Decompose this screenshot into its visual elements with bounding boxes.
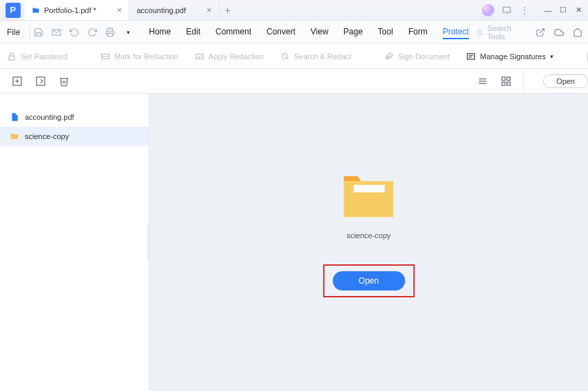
menu-protect[interactable]: Protect: [443, 25, 469, 39]
svg-rect-29: [354, 184, 385, 192]
sidebar-item-folder[interactable]: science-copy: [0, 127, 149, 146]
home-icon[interactable]: [572, 27, 582, 38]
apply-icon: [195, 52, 204, 61]
sidebar-item-label: science-copy: [25, 132, 69, 140]
file-menu[interactable]: File: [0, 28, 27, 37]
svg-rect-1: [503, 7, 511, 12]
share-icon[interactable]: [536, 27, 546, 38]
svg-rect-25: [507, 77, 510, 81]
tab-active[interactable]: Portfolio-1.pdf * ×: [25, 0, 129, 20]
title-bar: Portfolio-1.pdf * × accounting.pdf × + ⋮…: [0, 0, 588, 21]
menu-edit[interactable]: Edit: [186, 25, 200, 39]
menu-bar: File ▾ Home Edit Comment Convert View Pa…: [0, 21, 588, 44]
sidebar: accounting.pdf science-copy: [0, 94, 149, 391]
divider: [30, 25, 30, 39]
set-password-label: Set Password: [21, 52, 67, 61]
big-folder-icon: [337, 164, 399, 226]
grid-view-icon[interactable]: [500, 75, 512, 87]
main-area: accounting.pdf science-copy science-copy…: [0, 94, 588, 391]
manage-icon: [466, 52, 476, 61]
add-icon[interactable]: [11, 75, 23, 87]
svg-rect-27: [507, 82, 510, 85]
chevron-down-icon: ▾: [550, 53, 554, 60]
open-button[interactable]: Open: [333, 271, 405, 290]
tabs-strip: Portfolio-1.pdf * × accounting.pdf × +: [25, 0, 482, 20]
folder-icon: [32, 6, 40, 14]
tab-inactive[interactable]: accounting.pdf ×: [129, 0, 219, 20]
cloud-icon[interactable]: [554, 27, 565, 38]
search-icon: [476, 28, 484, 36]
protect-ribbon: Set Password Mark for Redaction Apply Re…: [0, 44, 588, 69]
search-tools[interactable]: Search Tools: [469, 24, 527, 41]
kebab-menu-icon[interactable]: ⋮: [519, 5, 530, 16]
close-icon[interactable]: ×: [117, 5, 123, 15]
sign-document-label: Sign Document: [398, 52, 450, 61]
edit-icon[interactable]: [34, 75, 47, 87]
list-view-icon[interactable]: [476, 75, 489, 87]
close-icon[interactable]: ×: [207, 5, 212, 15]
undo-icon[interactable]: [69, 27, 80, 38]
svg-point-4: [478, 30, 482, 34]
menu-items: Home Edit Comment Convert View Page Tool…: [149, 25, 469, 39]
app-logo: [6, 3, 21, 18]
svg-line-5: [482, 34, 483, 35]
svg-rect-6: [9, 56, 14, 60]
folder-icon: [10, 131, 19, 141]
set-password-button[interactable]: Set Password: [7, 52, 67, 61]
divider: [523, 69, 524, 93]
mark-redaction-button[interactable]: Mark for Redaction: [101, 52, 178, 61]
lock-icon: [7, 52, 17, 61]
svg-line-11: [286, 57, 288, 59]
svg-rect-26: [502, 82, 505, 85]
menu-view[interactable]: View: [311, 25, 328, 39]
sidebar-item-file[interactable]: accounting.pdf: [0, 107, 149, 127]
menu-home[interactable]: Home: [149, 25, 171, 39]
folder-label: science-copy: [346, 231, 390, 240]
svg-rect-20: [36, 77, 45, 85]
save-icon[interactable]: [33, 27, 44, 38]
chevron-down-icon[interactable]: ▾: [123, 27, 134, 38]
manage-signatures-label: Manage Signatures: [480, 52, 545, 61]
sec-right-group: [476, 75, 523, 87]
open-button-small[interactable]: Open: [543, 74, 588, 88]
quick-icons: ▾: [33, 27, 134, 38]
title-bar-right: ⋮ — ☐ ✕: [482, 3, 585, 17]
print-icon[interactable]: [105, 27, 116, 38]
secondary-toolbar: Open: [0, 69, 588, 94]
menu-convert[interactable]: Convert: [266, 25, 295, 39]
signature-icon: [384, 52, 394, 61]
menu-form[interactable]: Form: [408, 25, 428, 39]
maximize-button[interactable]: ☐: [556, 3, 570, 17]
present-icon[interactable]: [501, 5, 512, 16]
apply-redaction-button[interactable]: Apply Redaction: [195, 52, 264, 61]
search-redact-label: Search & Redact: [294, 52, 351, 61]
svg-rect-3: [108, 33, 113, 36]
trash-icon[interactable]: [58, 75, 70, 87]
menu-bar-right: Search Tools: [469, 24, 582, 41]
minimize-button[interactable]: —: [541, 3, 555, 17]
center-content: science-copy Open: [323, 164, 414, 297]
apply-redaction-label: Apply Redaction: [209, 52, 264, 61]
svg-rect-12: [468, 53, 475, 59]
manage-signatures-button[interactable]: Manage Signatures ▾: [466, 52, 553, 61]
window-controls: — ☐ ✕: [541, 3, 585, 17]
tab-label: accounting.pdf: [136, 6, 186, 14]
redact-icon: [101, 52, 110, 61]
menu-page[interactable]: Page: [344, 25, 363, 39]
menu-comment[interactable]: Comment: [216, 25, 251, 39]
search-redact-button[interactable]: Search & Redact: [280, 52, 351, 61]
mark-redaction-label: Mark for Redaction: [114, 52, 178, 61]
search-placeholder: Search Tools: [487, 24, 527, 41]
open-highlight-box: Open: [323, 264, 414, 297]
mail-icon[interactable]: [51, 27, 62, 38]
sign-document-button[interactable]: Sign Document: [384, 52, 450, 61]
sec-left-group: [0, 75, 81, 87]
assistant-icon[interactable]: [482, 4, 494, 17]
file-icon: [10, 112, 19, 122]
search-redact-icon: [280, 52, 290, 61]
close-button[interactable]: ✕: [571, 3, 585, 17]
sidebar-item-label: accounting.pdf: [25, 113, 74, 121]
redo-icon[interactable]: [87, 27, 98, 38]
menu-tool[interactable]: Tool: [378, 25, 393, 39]
new-tab-button[interactable]: +: [220, 0, 236, 20]
